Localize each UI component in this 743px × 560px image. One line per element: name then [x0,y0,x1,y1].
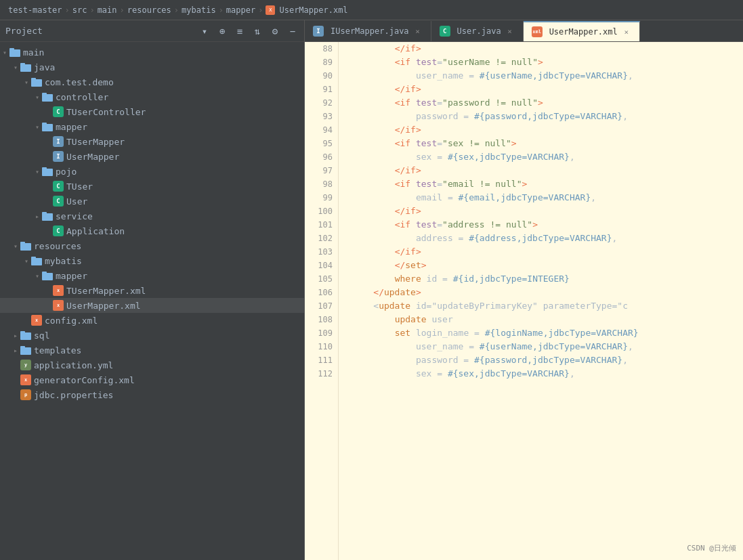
tree-item[interactable]: mapper [0,119,304,134]
tree-item[interactable]: mapper [0,268,304,283]
hide-icon[interactable]: − [286,25,299,37]
line-number: 90 [305,69,333,83]
tree-arrow-icon [22,257,31,265]
editor-area: IIUserMapper.java×CUser.java×xmlUserMapp… [305,20,743,560]
tree-item[interactable]: CTUserController [0,104,304,119]
line-number: 91 [305,83,333,96]
line-number: 110 [305,340,333,353]
folder-icon [20,330,31,340]
folder-icon [42,211,53,221]
editor-tab[interactable]: IIUserMapper.java× [305,21,431,41]
tree-item[interactable]: controller [0,89,304,104]
svg-rect-15 [20,242,25,244]
svg-rect-7 [42,93,47,95]
class-badge-icon: C [53,106,64,117]
editor-tab[interactable]: xmlUserMapper.xml× [524,21,640,41]
tree-item-label: config.xml [45,316,98,326]
add-file-icon[interactable]: ⊕ [216,25,228,37]
tree-item[interactable]: ITUserMapper [0,134,304,149]
settings-icon[interactable]: ⚙ [269,25,281,37]
breadcrumb-part[interactable]: main [98,5,117,15]
tree-item[interactable]: resources [0,238,304,253]
tree-item-label: mapper [56,271,87,281]
code-line: where id = #{id,jdbcType=INTEGER} [352,272,743,286]
tree-item-label: UserMapper.xml [66,301,141,311]
line-number: 96 [305,150,333,164]
tree-arrow-icon [33,272,42,280]
code-line: set login_name = #{loginName,jdbcType=VA… [352,326,743,340]
svg-rect-11 [42,167,47,170]
tree-item[interactable]: service [0,209,304,223]
code-line: user_name = #{userName,jdbcType=VARCHAR}… [352,69,743,83]
breadcrumb-part[interactable]: test-master [8,5,62,15]
interface-badge-icon: I [53,151,64,162]
line-number: 95 [305,137,333,150]
tree-item-label: resources [34,241,81,251]
interface-badge-icon: I [53,136,64,147]
line-number: 94 [305,123,333,137]
breadcrumb-sep: › [89,5,94,15]
code-line: sex = #{sex,jdbcType=VARCHAR}, [352,150,743,164]
code-line: address = #{address,jdbcType=VARCHAR}, [352,232,743,245]
tree-item[interactable]: CApplication [0,223,304,238]
tree-item[interactable]: xgeneratorConfig.xml [0,372,304,387]
folder-icon [20,345,31,355]
breadcrumb-part[interactable]: src [72,5,87,15]
tree-item[interactable]: com.test.demo [0,74,304,89]
tree-item-label: mybatis [45,256,82,266]
breadcrumb-part[interactable]: mybatis [182,5,216,15]
breadcrumb-sep: › [174,5,179,15]
tree-item[interactable]: templates [0,343,304,358]
breadcrumb-sep: › [64,5,69,15]
tree-item[interactable]: sql [0,328,304,343]
tab-file-badge: I [313,26,324,37]
tree-item[interactable]: xTUserMapper.xml [0,283,304,298]
breadcrumb-part: UserMapper.xml [279,5,347,15]
tab-close-button[interactable]: × [505,26,515,36]
tree-item-label: service [56,211,93,221]
tree-item[interactable]: main [0,45,304,60]
tree-item[interactable]: pojo [0,164,304,179]
sort-icon[interactable]: ⇅ [251,25,263,37]
line-number: 100 [305,204,333,218]
xml-badge-icon: x [20,374,31,385]
line-number: 103 [305,245,333,259]
tree-item[interactable]: pjdbc.properties [0,387,304,402]
tab-close-button[interactable]: × [413,26,423,36]
code-line: </if> [352,123,743,137]
tree-item[interactable]: IUserMapper [0,149,304,164]
tab-file-badge: xml [532,26,543,37]
tab-close-button[interactable]: × [622,27,631,37]
xml-badge-icon: x [31,315,42,326]
tree-arrow-icon [22,79,31,86]
editor-tab[interactable]: CUser.java× [431,21,524,41]
tree-item[interactable]: mybatis [0,253,304,268]
class-badge-icon: C [53,196,64,207]
tree-item-label: templates [34,345,81,356]
line-numbers: 8889909192939495969798991001011021031041… [305,42,339,560]
dropdown-icon[interactable]: ▾ [198,25,211,37]
tree-arrow-icon [0,49,9,56]
tree-item-label: mapper [56,122,87,132]
folder-icon [9,47,20,57]
tree-item[interactable]: xUserMapper.xml [0,298,304,313]
tree-item[interactable]: java [0,60,304,74]
folder-icon [42,122,53,131]
class-badge-icon: C [53,181,64,192]
tree-item[interactable]: xconfig.xml [0,313,304,328]
project-tree: main java com.test.demo controllerCTUser… [0,42,304,405]
breadcrumb-part[interactable]: resources [127,5,171,15]
tree-item[interactable]: CTUser [0,179,304,194]
code-line: </update> [352,286,743,299]
line-number: 102 [305,232,333,245]
tree-item[interactable]: yapplication.yml [0,358,304,372]
tree-item[interactable]: CUser [0,194,304,209]
folder-icon [20,62,31,72]
line-number: 89 [305,56,333,69]
breadcrumb-sep: › [120,5,125,15]
breadcrumb-part[interactable]: mapper [226,5,255,15]
collapse-all-icon[interactable]: ≡ [234,25,246,37]
code-line: password = #{password,jdbcType=VARCHAR}, [352,353,743,367]
code-line: password = #{password,jdbcType=VARCHAR}, [352,110,743,123]
line-number: 97 [305,164,333,177]
